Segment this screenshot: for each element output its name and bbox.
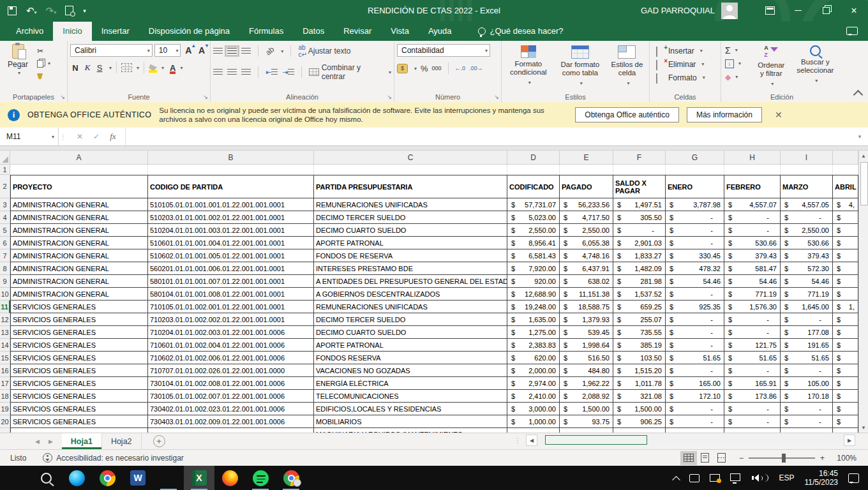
grid-cell[interactable]: $51.65 [781, 352, 833, 364]
tab-ayuda[interactable]: Ayuda [419, 22, 461, 41]
grid-cell[interactable]: $ [833, 313, 858, 326]
clear-button[interactable]: ◆▾ [724, 71, 747, 83]
ribbon-display-options-button[interactable] [756, 0, 784, 21]
grid-cell[interactable]: $11,151.38 [560, 288, 613, 301]
vertical-scrollbar[interactable]: ▲ ▼ [858, 151, 868, 433]
align-middle-icon[interactable] [227, 48, 237, 54]
grid-cell[interactable]: ADMINISTRACION GENERAL [10, 198, 148, 211]
grid-cell[interactable]: SERVICIOS GENERALES [10, 313, 148, 326]
decrease-font-icon[interactable]: A▾ [196, 45, 207, 56]
grid-cell[interactable]: $1,482.09 [613, 262, 666, 275]
grid-cell[interactable]: 710707.01.01.002.026.01.22.001.001.0000 [148, 364, 314, 377]
page-break-view-button[interactable] [714, 451, 730, 465]
grid-cell[interactable]: $ [833, 352, 858, 364]
scroll-left-icon[interactable]: ◀ [526, 434, 537, 446]
name-box[interactable]: M11 ▾ [0, 128, 59, 145]
format-as-table-button[interactable]: Dar formato como tabla▾ [553, 44, 608, 91]
grid-cell[interactable]: 710204.01.01.002.003.01.22.001.001.0006 [148, 326, 314, 339]
align-bottom-icon[interactable] [241, 48, 251, 54]
grid-cell[interactable]: $1,576.30 [724, 301, 781, 313]
row-header-2[interactable]: 2 [0, 175, 10, 198]
grid-cell[interactable]: $7,920.00 [507, 262, 560, 275]
merge-center-button[interactable]: Combinar y centrar ▾ [309, 63, 391, 81]
grid-cell[interactable]: $- [613, 224, 666, 237]
number-dialog-launcher-icon[interactable]: ↘ [494, 94, 499, 100]
fill-color-button[interactable] [149, 64, 157, 71]
column-header-partial[interactable] [833, 151, 858, 165]
grid-cell[interactable]: PARTIDA PRESUPUESTARIA [314, 175, 507, 198]
grid-cell[interactable]: $172.10 [666, 390, 724, 403]
grid-cell[interactable]: $- [724, 364, 781, 377]
taskbar-spotify-button[interactable] [245, 466, 276, 490]
grid-cell[interactable]: $5,023.00 [507, 211, 560, 224]
grid-cell[interactable]: 510601.01.01.001.004.01.22.001.001.0001 [148, 237, 314, 249]
grid-cell[interactable]: $57,731.07 [507, 198, 560, 211]
grid-cell[interactable]: $- [666, 339, 724, 352]
grid-cell[interactable]: $478.32 [666, 262, 724, 275]
zoom-slider-thumb[interactable] [782, 454, 786, 463]
align-top-icon[interactable] [213, 48, 223, 54]
zoom-in-icon[interactable]: + [820, 454, 825, 463]
grid-cell[interactable]: FONDOS DE RESERVA [314, 249, 507, 262]
grid-cell[interactable]: 510105.01.01.001.001.01.22.001.001.0001 [148, 198, 314, 211]
zoom-level[interactable]: 100% [834, 454, 857, 463]
grid-cell[interactable]: 510203.01.01.001.002.01.22.001.001.0001 [148, 211, 314, 224]
grid-cell[interactable]: ABRIL [833, 175, 858, 198]
tab-disposici-n-de-p-gina[interactable]: Disposición de página [139, 22, 239, 41]
percent-style-button[interactable]: % [421, 64, 428, 73]
grid-cell[interactable]: $920.00 [507, 275, 560, 288]
insert-function-icon[interactable]: fx [110, 131, 116, 142]
grid-cell[interactable] [833, 428, 858, 433]
taskbar-chrome-button[interactable] [92, 466, 123, 490]
grid-cell[interactable]: $1,500.00 [613, 403, 666, 415]
grid-cell[interactable]: SERVICIOS GENERALES [10, 364, 148, 377]
grid-cell[interactable] [724, 428, 781, 433]
taskbar-file-explorer-button[interactable] [153, 466, 184, 490]
delete-cells-button[interactable]: × Eliminar▾ [656, 57, 718, 71]
column-header-I[interactable]: I [781, 151, 833, 165]
customize-qat-icon[interactable]: ▾ [83, 8, 86, 14]
avatar[interactable] [721, 3, 738, 19]
find-select-button[interactable]: Buscar y seleccionar▾ [791, 44, 840, 91]
decrease-indent-icon[interactable]: ⇤ [266, 68, 278, 77]
grid-cell[interactable]: $2,000.00 [507, 364, 560, 377]
grid-cell[interactable]: $56,233.56 [560, 198, 613, 211]
row-header-12[interactable]: 12 [0, 313, 10, 326]
italic-button[interactable]: K [82, 62, 93, 73]
grid-cell[interactable]: $ [833, 224, 858, 237]
grid-cell[interactable]: DECIMO TERCER SUELDO [314, 211, 507, 224]
number-format-select[interactable]: Contabilidad▾ [397, 44, 490, 57]
grid-cell[interactable]: $- [724, 224, 781, 237]
grid-cell[interactable]: CODIGO DE PARTIDA [148, 175, 314, 198]
grid-cell[interactable] [613, 428, 666, 433]
normal-view-button[interactable] [680, 451, 697, 465]
grid-cell[interactable]: $19,248.00 [507, 301, 560, 313]
minimize-button[interactable] [784, 0, 812, 21]
align-left-icon[interactable] [213, 69, 223, 75]
next-sheet-icon[interactable]: ▶ [49, 438, 53, 445]
grid-cell[interactable]: $1,379.93 [560, 313, 613, 326]
taskbar-windows-start-button[interactable] [0, 466, 31, 490]
network-icon[interactable] [730, 473, 740, 481]
clipboard-dialog-launcher-icon[interactable]: ↘ [60, 94, 65, 100]
row-header-7[interactable]: 7 [0, 249, 10, 262]
tell-me-search[interactable]: ¿Qué desea hacer? [478, 26, 564, 41]
grid-cell[interactable]: $4,717.50 [560, 211, 613, 224]
zoom-slider[interactable] [749, 457, 815, 459]
grid-cell[interactable]: $51.65 [724, 352, 781, 364]
grid-cell[interactable]: $2,383.83 [507, 339, 560, 352]
grid-cell[interactable] [666, 428, 724, 433]
grid-cell[interactable]: $173.86 [724, 390, 781, 403]
row-header-8[interactable]: 8 [0, 262, 10, 275]
grid-cell[interactable]: $ [833, 237, 858, 249]
grid-cell[interactable]: $54.46 [781, 275, 833, 288]
grid-cell[interactable]: 580104.01.01.001.008.01.22.001.001.0001 [148, 288, 314, 301]
grid-cell[interactable]: $- [666, 313, 724, 326]
expand-formula-bar-icon[interactable]: ▾ [851, 128, 868, 145]
grid-cell[interactable]: $165.91 [724, 377, 781, 390]
grid-cell[interactable]: $- [781, 364, 833, 377]
row-header-13[interactable]: 13 [0, 326, 10, 339]
grid-cell[interactable]: $735.55 [613, 326, 666, 339]
grid-cell[interactable]: 710602.01.01.002.006.01.22.001.001.0006 [148, 352, 314, 364]
restore-button[interactable] [812, 0, 840, 21]
